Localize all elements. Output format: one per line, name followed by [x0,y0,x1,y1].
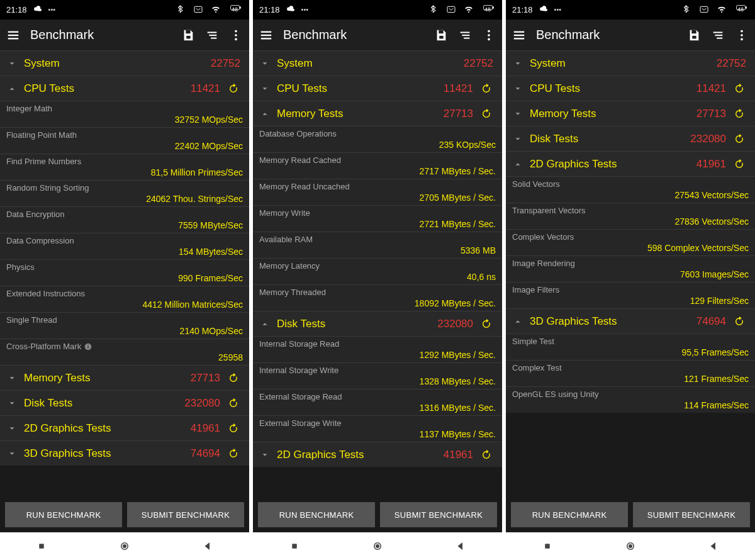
metric-value: 24062 Thou. Strings/Sec [6,194,243,204]
svg-point-53 [741,38,743,40]
info-icon[interactable] [84,342,92,351]
chevron-up-icon [8,84,18,93]
nav-back-icon[interactable] [455,540,466,552]
category-row[interactable]: System 22752 [506,50,755,76]
metric-label: Data Encryption [6,210,243,219]
category-row[interactable]: System 22752 [253,50,502,76]
svg-point-12 [235,30,237,32]
save-icon[interactable] [687,28,701,42]
category-name: CPU Tests [24,82,184,95]
system-nav-bar [0,532,249,560]
category-name: CPU Tests [530,82,690,95]
submit-benchmark-button[interactable]: SUBMIT BENCHMARK [127,502,244,527]
status-more: ••• [554,6,562,13]
more-icon[interactable] [735,28,749,42]
refresh-icon[interactable] [226,396,240,410]
menu-icon[interactable] [512,28,526,42]
sort-icon[interactable] [458,28,472,42]
wifi-icon [462,3,476,16]
menu-icon[interactable] [259,28,273,42]
nav-recents-icon[interactable] [36,540,47,552]
metric-row: Physics 990 Frames/Sec [0,259,249,286]
content-area[interactable]: System 22752 CPU Tests 11421 Integer Mat… [0,50,249,497]
run-benchmark-button[interactable]: RUN BENCHMARK [5,502,122,527]
more-icon[interactable] [482,28,496,42]
save-icon[interactable] [434,28,448,42]
chevron-down-icon [8,424,18,433]
svg-point-22 [468,11,469,13]
category-row[interactable]: System 22752 [0,50,249,76]
refresh-icon[interactable] [479,107,493,121]
category-row[interactable]: 2D Graphics Tests 41961 [506,151,755,176]
cloud-icon [31,3,45,16]
nav-back-icon[interactable] [202,540,213,552]
category-row[interactable]: 3D Graphics Tests 74694 [506,308,755,333]
category-row[interactable]: Memory Tests 27713 [0,365,249,390]
sort-icon[interactable] [205,28,219,42]
refresh-icon[interactable] [732,107,746,121]
save-icon[interactable] [181,28,195,42]
metric-row: Data Compression 154 MBytes/Sec [0,233,249,259]
svg-rect-17 [88,344,89,345]
nav-home-icon[interactable] [119,540,130,552]
metric-row: Random String Sorting 24062 Thou. String… [0,180,249,206]
category-row[interactable]: CPU Tests 11421 [0,76,249,101]
refresh-icon[interactable] [479,82,493,96]
more-icon[interactable] [229,28,243,42]
metric-value: 2140 MOps/Sec [6,326,243,336]
menu-icon[interactable] [6,28,20,42]
category-row[interactable]: 3D Graphics Tests 74694 [0,440,249,466]
nav-home-icon[interactable] [372,540,383,552]
metric-label: Cross-Platform Mark [6,342,243,351]
category-score: 41961 [191,422,220,435]
category-row[interactable]: 2D Graphics Tests 41961 [253,442,502,467]
svg-rect-46 [691,30,696,33]
category-row[interactable]: Disk Tests 232080 [253,311,502,336]
metric-row: Integer Math 32752 MOps/Sec [0,101,249,127]
refresh-icon[interactable] [732,157,746,171]
refresh-icon[interactable] [479,317,493,331]
refresh-icon[interactable] [226,447,240,461]
refresh-icon[interactable] [732,82,746,96]
chevron-up-icon [513,317,523,326]
svg-rect-9 [208,31,217,33]
app-window: Benchmark System 22752 CPU Tests 11421 M… [506,19,755,532]
category-score: 22752 [211,57,240,70]
metric-value: 7603 Images/Sec [512,269,749,279]
run-benchmark-button[interactable]: RUN BENCHMARK [258,502,375,527]
category-row[interactable]: Disk Tests 232080 [506,126,755,151]
category-row[interactable]: Disk Tests 232080 [0,390,249,415]
nav-recents-icon[interactable] [289,540,300,552]
svg-rect-43 [514,31,525,32]
cloud-icon [537,3,551,16]
refresh-icon[interactable] [226,371,240,385]
refresh-icon[interactable] [732,315,746,328]
category-row[interactable]: CPU Tests 11421 [506,76,755,101]
metric-row: Floating Point Math 22402 MOps/Sec [0,127,249,154]
refresh-icon[interactable] [226,422,240,435]
run-benchmark-button[interactable]: RUN BENCHMARK [511,502,628,527]
app-window: Benchmark System 22752 CPU Tests 11421 M… [253,19,502,532]
content-area[interactable]: System 22752 CPU Tests 11421 Memory Test… [506,50,755,497]
category-row[interactable]: Memory Tests 27713 [506,101,755,126]
category-row[interactable]: Memory Tests 27713 [253,101,502,126]
metric-value: 95,5 Frames/Sec [512,347,749,357]
category-row[interactable]: CPU Tests 11421 [253,76,502,101]
submit-benchmark-button[interactable]: SUBMIT BENCHMARK [633,502,750,527]
refresh-icon[interactable] [226,82,240,96]
nav-recents-icon[interactable] [542,540,553,552]
metric-row: Memory Write 2721 MBytes / Sec. [253,205,502,232]
nav-home-icon[interactable] [625,540,636,552]
content-area[interactable]: System 22752 CPU Tests 11421 Memory Test… [253,50,502,497]
metric-value: 7559 MByte/Sec [6,220,243,230]
svg-rect-49 [715,35,722,36]
svg-rect-0 [194,6,202,12]
nav-back-icon[interactable] [708,540,719,552]
submit-benchmark-button[interactable]: SUBMIT BENCHMARK [380,502,497,527]
refresh-icon[interactable] [479,448,493,462]
svg-point-33 [488,30,490,32]
app-bar: Benchmark [253,19,502,50]
refresh-icon[interactable] [732,132,746,146]
sort-icon[interactable] [711,28,725,42]
category-row[interactable]: 2D Graphics Tests 41961 [0,415,249,440]
